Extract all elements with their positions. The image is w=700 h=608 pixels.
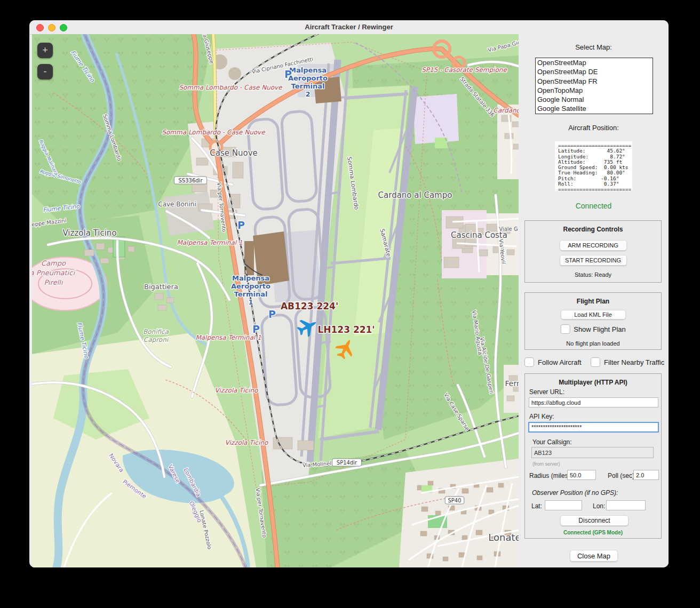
map-label: Aeroporto <box>231 282 271 290</box>
show-flight-plan-checkbox[interactable] <box>560 324 570 334</box>
map-label: Malpensa Terminal 1 <box>177 239 242 246</box>
flight-plan-status: No flight plan loaded <box>525 340 661 347</box>
observer-position-label: Observer Position (if no GPS): <box>532 489 618 497</box>
radius-label: Radius (miles): <box>529 472 572 479</box>
road-ref-text: SS336dir <box>178 178 203 183</box>
select-map-label: Select Map: <box>519 43 669 51</box>
recording-controls-title: Recording Controls <box>525 226 661 233</box>
parking-icon: P <box>237 219 245 231</box>
map-label: Vizzola Ticino <box>62 228 116 238</box>
map-label: Campo <box>41 259 66 267</box>
map-label: Caproni <box>144 336 169 343</box>
parking-icon: P <box>284 68 292 80</box>
lon-label: Lon: <box>593 502 605 510</box>
map-label: Malpensa Terminal 1 <box>195 334 261 341</box>
aircraft-position-readout: ======================== Latitude: 45.62… <box>555 141 632 191</box>
window-title: Aircraft Tracker / Rewinger <box>29 20 669 34</box>
callsign-field <box>531 447 654 458</box>
map-style-option[interactable]: Google Satellite <box>536 104 653 113</box>
map-style-option[interactable]: OpenStreetMap <box>536 58 653 67</box>
show-flight-plan-label: Show Flight Plan <box>574 325 626 333</box>
close-map-button[interactable]: Close Map <box>570 550 618 562</box>
map-label: Ferno <box>505 379 519 388</box>
filter-traffic-label: Filter Nearby Traffic <box>604 358 664 366</box>
arm-recording-button[interactable]: ARM RECORDING <box>560 240 627 251</box>
road-ref-text: SP14dir <box>337 460 357 466</box>
map-label: Aeroporto <box>288 74 328 82</box>
aircraft-callsign-label: LH123 221' <box>317 324 375 335</box>
load-kml-button[interactable]: Load KML File <box>561 310 626 319</box>
api-key-input[interactable] <box>528 422 659 433</box>
control-panel: Select Map: OpenStreetMapOpenStreetMap D… <box>519 34 669 567</box>
recording-controls-group: Recording Controls ARM RECORDING START R… <box>524 220 662 283</box>
map-label: Cardano al <box>494 107 519 114</box>
follow-aircraft-checkbox[interactable] <box>524 357 534 367</box>
lat-label: Lat: <box>531 502 542 510</box>
follow-aircraft-label: Follow Aircraft <box>538 358 582 366</box>
recording-status: Status: Ready <box>525 271 661 278</box>
map-label: Somma Lombardo - Case Nuove <box>179 84 283 91</box>
app-window: Aircraft Tracker / Rewinger <box>29 20 669 567</box>
multiplayer-group: Multiplayer (HTTP API) Server URL: API K… <box>524 373 662 539</box>
map-label: Vizzola Ticino <box>225 439 269 446</box>
map-label: Malpensa <box>232 274 269 282</box>
lon-input[interactable] <box>606 500 646 510</box>
multiplayer-status: Connected (GPS Mode) <box>525 530 661 535</box>
radius-input[interactable] <box>567 470 596 480</box>
poll-label: Poll (sec): <box>608 472 636 479</box>
parking-icon: P <box>268 308 276 320</box>
map-label: Lonate <box>488 532 519 543</box>
road-ref-text: SP40 <box>448 498 461 503</box>
map-style-option[interactable]: Google Normal <box>536 95 653 104</box>
map-style-option[interactable]: OpenStreetMap DE <box>536 67 653 76</box>
map-zoom-out-button[interactable]: - <box>37 64 53 79</box>
titlebar: Aircraft Tracker / Rewinger <box>29 20 669 35</box>
map-style-listbox[interactable]: OpenStreetMapOpenStreetMap DEOpenStreetM… <box>535 58 653 114</box>
map-label: Malpensa <box>289 66 327 74</box>
flight-plan-title: Flight Plan <box>525 298 661 305</box>
map-label: Bonifica <box>143 328 169 335</box>
map-label: Terminal <box>234 290 268 298</box>
map-label: Case Nuove <box>210 148 258 158</box>
flight-plan-group: Flight Plan Load KML File Show Flight Pl… <box>524 292 662 350</box>
map-label: 1 <box>248 298 253 306</box>
map-label: va Pneumatici <box>32 269 75 277</box>
map-label: Cardano al Campo <box>378 190 452 200</box>
map-label: Terminal <box>291 82 325 90</box>
map-label: Somma Lombardo - Case Nuove <box>162 129 266 136</box>
aircraft-callsign-label: AB123 224' <box>281 301 338 311</box>
from-server-note: (from server) <box>532 461 560 467</box>
map-label: Vizzola Ticino <box>215 387 259 394</box>
api-key-label: API Key: <box>529 413 554 420</box>
server-url-label: Server URL: <box>529 388 564 396</box>
connection-status: Connected <box>519 202 669 210</box>
map-label: 2 <box>305 90 310 98</box>
map-zoom-in-button[interactable]: + <box>37 43 53 58</box>
lat-input[interactable] <box>545 500 582 510</box>
callsign-label: Your Callsign: <box>532 438 572 446</box>
start-recording-button[interactable]: START RECORDING <box>560 255 627 266</box>
map-label: Cave Bonini <box>158 201 196 208</box>
map-label: SP15 - Casorate Sempione <box>421 66 507 74</box>
filter-traffic-checkbox[interactable] <box>591 357 600 367</box>
map-label: Pirelli <box>44 278 63 286</box>
server-url-input[interactable] <box>529 397 658 407</box>
map-canvas[interactable]: MalpensaAeroportoTerminal2MalpensaAeropo… <box>32 34 519 567</box>
map-label: Viale G <box>499 226 518 232</box>
map-style-option[interactable]: OpenStreetMap FR <box>536 77 653 86</box>
map-label: Bigattiera <box>144 283 178 291</box>
map-style-option[interactable]: OpenTopoMap <box>536 86 653 95</box>
disconnect-button[interactable]: Disconnect <box>560 515 629 526</box>
multiplayer-title: Multiplayer (HTTP API) <box>525 379 661 386</box>
parking-icon: P <box>252 323 260 335</box>
poll-input[interactable] <box>633 470 659 480</box>
aircraft-position-label: Aircraft Position: <box>519 124 669 132</box>
